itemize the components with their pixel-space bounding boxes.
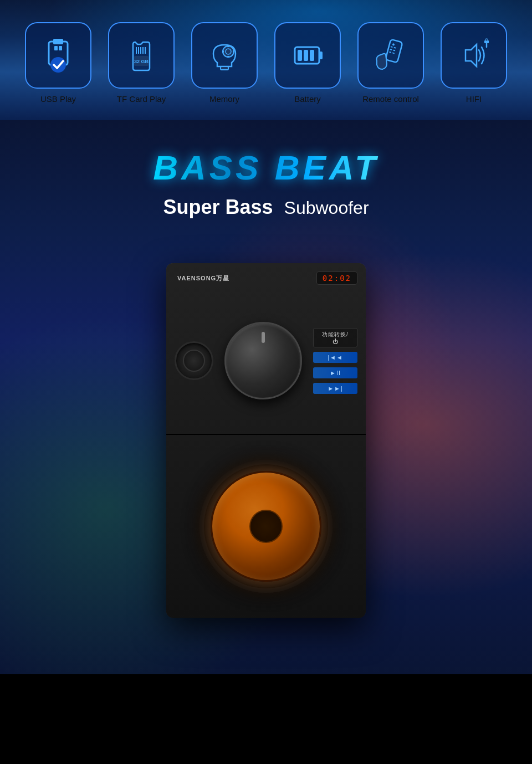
- tf-card-label: TF Card Play: [117, 94, 166, 104]
- svg-point-12: [223, 46, 234, 57]
- svg-marker-32: [466, 44, 477, 66]
- feature-battery: Battery: [272, 22, 344, 104]
- usb-icon: [39, 36, 78, 75]
- tf-card-icon-box: 32 GB: [108, 22, 175, 89]
- svg-point-4: [50, 57, 66, 73]
- speaker-bottom-panel: [166, 435, 366, 618]
- usb-play-icon-box: [25, 22, 91, 89]
- brand-text: VAENSONG万星: [177, 274, 311, 283]
- remote-label: Remote control: [362, 94, 419, 104]
- battery-label: Battery: [294, 94, 321, 104]
- svg-rect-21: [298, 50, 302, 61]
- hifi-icon: [454, 36, 493, 75]
- play-button[interactable]: ►II: [313, 367, 357, 378]
- svg-rect-26: [391, 46, 393, 48]
- svg-rect-14: [227, 45, 229, 47]
- tf-card-icon: 32 GB: [122, 36, 161, 75]
- bass-beat-title: BASS BEAT: [153, 148, 379, 187]
- bottom-section: Korapale BASS BEAT Super Bass Subwoofer …: [0, 120, 532, 674]
- svg-rect-16: [222, 50, 224, 53]
- small-speaker: [175, 341, 213, 380]
- svg-rect-35: [485, 39, 488, 41]
- speaker-top-panel: VAENSONG万星 02:02 功能转换/⏻ |◄◄ ►II ►►|: [166, 263, 366, 435]
- memory-label: Memory: [209, 94, 239, 104]
- feature-hifi: HIFI: [438, 22, 510, 104]
- speaker-wrapper: VAENSONG万星 02:02 功能转换/⏻ |◄◄ ►II ►►|: [133, 252, 399, 629]
- feature-usb-play: USB Play: [22, 22, 94, 104]
- controls-right: 功能转换/⏻ |◄◄ ►II ►►|: [313, 328, 357, 394]
- memory-icon-box: [191, 22, 258, 89]
- svg-rect-30: [389, 52, 391, 53]
- power-button[interactable]: 功能转换/⏻: [313, 328, 357, 347]
- speaker-container: VAENSONG万星 02:02 功能转换/⏻ |◄◄ ►II ►►|: [0, 252, 532, 629]
- prev-button[interactable]: |◄◄: [313, 352, 357, 363]
- woofer-center: [249, 510, 283, 543]
- svg-rect-29: [393, 50, 395, 52]
- features-row: USB Play 32 GB TF Card Pla: [22, 22, 510, 104]
- remote-icon: [371, 36, 410, 75]
- next-button[interactable]: ►►|: [313, 383, 357, 394]
- battery-icon-box: [274, 22, 341, 89]
- woofer-mid: [211, 471, 321, 582]
- super-bass-text: Super Bass Subwoofer: [163, 196, 369, 219]
- main-knob[interactable]: [224, 322, 302, 399]
- time-display: 02:02: [316, 271, 357, 285]
- svg-rect-28: [390, 49, 392, 50]
- display-row: VAENSONG万星 02:02: [166, 263, 366, 288]
- svg-rect-20: [319, 52, 323, 59]
- top-section: USB Play 32 GB TF Card Pla: [0, 0, 532, 120]
- svg-rect-18: [221, 66, 228, 70]
- small-speaker-inner: [183, 350, 205, 372]
- woofer-outer: [200, 460, 332, 593]
- svg-rect-27: [393, 47, 396, 49]
- knob-area: 功能转换/⏻ |◄◄ ►II ►►|: [166, 288, 366, 434]
- remote-icon-box: [357, 22, 424, 89]
- svg-rect-15: [227, 56, 229, 58]
- feature-memory: Memory: [188, 22, 260, 104]
- hifi-label: HIFI: [466, 94, 482, 104]
- svg-rect-23: [310, 50, 314, 61]
- svg-rect-22: [304, 50, 308, 61]
- hifi-icon-box: [441, 22, 507, 89]
- svg-point-25: [392, 43, 395, 46]
- speaker-body: VAENSONG万星 02:02 功能转换/⏻ |◄◄ ►II ►►|: [166, 263, 366, 618]
- svg-rect-3: [59, 46, 62, 50]
- svg-rect-1: [53, 39, 63, 44]
- memory-icon: [205, 36, 244, 75]
- svg-rect-31: [392, 52, 395, 54]
- feature-tf-card: 32 GB TF Card Play: [105, 22, 177, 104]
- usb-play-label: USB Play: [40, 94, 76, 104]
- svg-rect-2: [54, 46, 58, 50]
- battery-icon: [288, 36, 327, 75]
- svg-rect-17: [233, 50, 234, 53]
- svg-text:32 GB: 32 GB: [134, 59, 149, 64]
- feature-remote: Remote control: [355, 22, 427, 104]
